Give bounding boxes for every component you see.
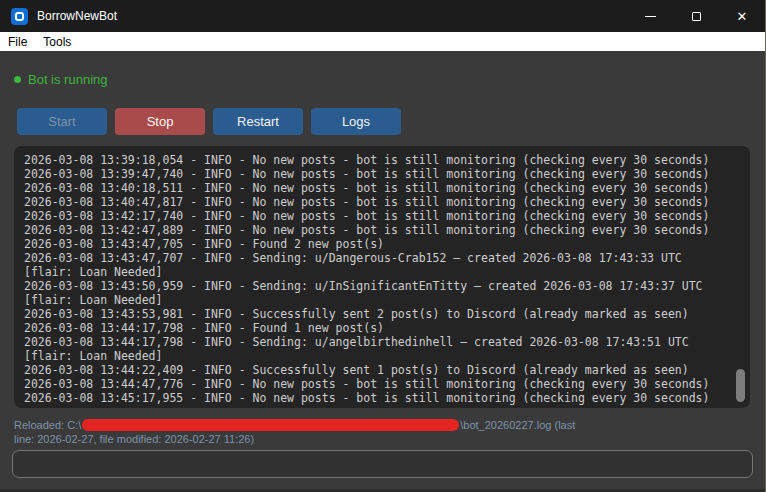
log-line: [flair: Loan Needed] bbox=[24, 349, 744, 363]
log-line: 2026-03-08 13:43:53,981 - INFO - Success… bbox=[24, 307, 744, 321]
redaction-bar bbox=[82, 419, 459, 431]
log-line: 2026-03-08 13:39:47,740 - INFO - No new … bbox=[24, 167, 744, 181]
close-icon: ✕ bbox=[737, 10, 748, 23]
menu-bar: File Tools bbox=[0, 32, 765, 51]
status-text: Bot is running bbox=[28, 72, 108, 87]
log-line: 2026-03-08 13:40:47,817 - INFO - No new … bbox=[24, 195, 744, 209]
log-line: 2026-03-08 13:44:22,409 - INFO - Success… bbox=[24, 363, 744, 377]
log-line: [flair: Loan Needed] bbox=[24, 265, 744, 279]
log-line: 2026-03-08 13:43:47,705 - INFO - Found 2… bbox=[24, 237, 744, 251]
app-window: BorrowNewBot ✕ File Tools Bot is running… bbox=[0, 0, 766, 492]
minimize-icon bbox=[645, 16, 656, 17]
restart-button[interactable]: Restart bbox=[213, 108, 303, 135]
window-title: BorrowNewBot bbox=[37, 9, 117, 23]
status-dot-icon bbox=[14, 76, 21, 83]
reload-status: Reloaded: C:\ \bot_20260227.log (last li… bbox=[14, 418, 754, 446]
log-line: 2026-03-08 13:42:17,740 - INFO - No new … bbox=[24, 209, 744, 223]
log-content: 2026-03-08 13:39:18,054 - INFO - No new … bbox=[14, 146, 750, 408]
log-line: 2026-03-08 13:44:47,776 - INFO - No new … bbox=[24, 377, 744, 391]
command-input[interactable] bbox=[12, 450, 753, 478]
log-line: 2026-03-08 13:44:17,798 - INFO - Sending… bbox=[24, 335, 744, 349]
log-line: 2026-03-08 13:42:47,889 - INFO - No new … bbox=[24, 223, 744, 237]
menu-item-file[interactable]: File bbox=[0, 32, 35, 51]
log-line: [flair: Loan Needed] bbox=[24, 293, 744, 307]
log-line: 2026-03-08 13:43:50,959 - INFO - Sending… bbox=[24, 279, 744, 293]
stop-button[interactable]: Stop bbox=[115, 108, 205, 135]
reload-status-suffix: \bot_20260227.log (last bbox=[460, 418, 575, 432]
reload-status-line2: line: 2026-02-27, file modified: 2026-02… bbox=[14, 432, 754, 446]
reload-status-line1: Reloaded: C:\ \bot_20260227.log (last bbox=[14, 418, 754, 432]
close-button[interactable]: ✕ bbox=[719, 0, 765, 32]
minimize-button[interactable] bbox=[627, 0, 673, 32]
log-line: 2026-03-08 13:45:17,955 - INFO - No new … bbox=[24, 391, 744, 405]
logs-button[interactable]: Logs bbox=[311, 108, 401, 135]
start-button[interactable]: Start bbox=[17, 108, 107, 135]
log-scrollbar[interactable] bbox=[736, 369, 745, 402]
bot-status-indicator: Bot is running bbox=[14, 72, 108, 87]
maximize-button[interactable] bbox=[673, 0, 719, 32]
reload-status-prefix: Reloaded: C:\ bbox=[14, 418, 81, 432]
log-line: 2026-03-08 13:39:18,054 - INFO - No new … bbox=[24, 153, 744, 167]
maximize-icon bbox=[692, 12, 701, 21]
log-viewer[interactable]: 2026-03-08 13:39:18,054 - INFO - No new … bbox=[14, 146, 750, 408]
title-bar: BorrowNewBot ✕ bbox=[0, 0, 765, 32]
menu-item-tools[interactable]: Tools bbox=[35, 32, 79, 51]
log-line: 2026-03-08 13:43:47,707 - INFO - Sending… bbox=[24, 251, 744, 265]
log-line: 2026-03-08 13:44:17,798 - INFO - Found 1… bbox=[24, 321, 744, 335]
log-line: 2026-03-08 13:40:18,511 - INFO - No new … bbox=[24, 181, 744, 195]
window-controls: ✕ bbox=[627, 0, 765, 32]
app-icon bbox=[11, 8, 28, 25]
button-row: Start Stop Restart Logs bbox=[17, 108, 401, 135]
app-icon-glyph bbox=[15, 12, 24, 21]
